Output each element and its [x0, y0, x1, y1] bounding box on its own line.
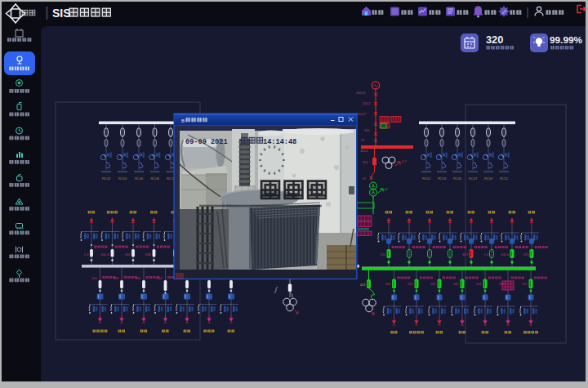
svg-text:110-07: 110-07 [356, 113, 366, 116]
svg-text:110-0: 110-0 [360, 149, 368, 153]
svg-text:101: 101 [363, 161, 368, 164]
svg-text:RC11: RC11 [500, 176, 509, 181]
svg-text:09-09 2021: 09-09 2021 [185, 138, 228, 146]
svg-text:030: 030 [114, 277, 118, 280]
svg-text:RC04: RC04 [118, 176, 127, 181]
svg-text:600-6: 600-6 [501, 253, 509, 256]
svg-text:RC02: RC02 [102, 176, 111, 181]
svg-text:RC07: RC07 [469, 176, 478, 181]
svg-text:320: 320 [486, 33, 503, 46]
svg-text:RC03: RC03 [438, 176, 447, 181]
svg-text:2-3: 2-3 [84, 253, 89, 256]
svg-text:RC05: RC05 [453, 176, 462, 181]
svg-text:110: 110 [364, 129, 369, 132]
svg-text:4-7: 4-7 [402, 160, 407, 163]
svg-text:023: 023 [523, 253, 528, 256]
svg-text:+2: +2 [384, 188, 387, 191]
svg-text:63B: 63B [145, 253, 151, 256]
svg-text:RC01: RC01 [422, 176, 431, 181]
svg-text:023: 023 [360, 283, 365, 287]
svg-text:600-6: 600-6 [101, 253, 109, 256]
svg-text:110-2: 110-2 [363, 102, 370, 105]
svg-text:99.99%: 99.99% [550, 34, 583, 46]
svg-text:020: 020 [91, 277, 96, 280]
svg-text:011: 011 [381, 253, 385, 256]
svg-text:040: 040 [136, 277, 140, 280]
svg-text:011: 011 [385, 283, 390, 286]
svg-text:07: 07 [363, 177, 366, 181]
svg-text:B: B [181, 118, 185, 123]
svg-text:RC06: RC06 [135, 176, 144, 181]
svg-text:051: 051 [476, 283, 481, 286]
svg-text:050: 050 [157, 277, 162, 280]
svg-text:14:14:48: 14:14:48 [263, 138, 296, 146]
svg-text:07: 07 [361, 139, 364, 142]
svg-text:RC09: RC09 [484, 176, 493, 181]
svg-text:110-07: 110-07 [356, 91, 366, 95]
svg-text:SIS: SIS [52, 7, 71, 20]
svg-text:021: 021 [408, 283, 412, 286]
svg-text:061: 061 [499, 283, 504, 286]
svg-text:RC08: RC08 [150, 176, 159, 181]
svg-text:031: 031 [430, 283, 435, 286]
svg-text:041: 041 [453, 283, 458, 286]
svg-text:B27: B27 [462, 253, 468, 256]
svg-text:1-6: 1-6 [484, 253, 489, 256]
svg-text:071: 071 [522, 283, 527, 286]
svg-text:030: 030 [125, 253, 130, 256]
